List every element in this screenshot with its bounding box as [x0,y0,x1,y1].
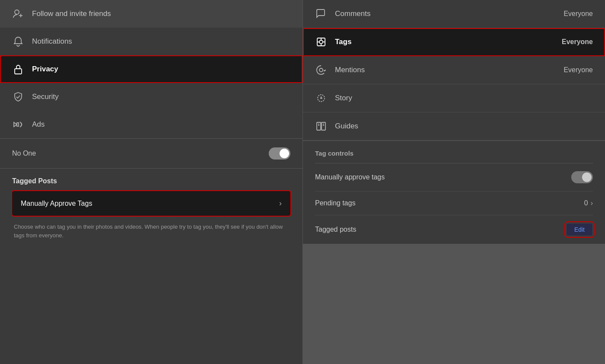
right-nav-guides[interactable]: Guides [303,112,605,140]
svg-rect-16 [317,122,321,130]
svg-point-15 [321,98,322,99]
chevron-right-icon: › [279,199,282,208]
edit-button[interactable]: Edit [566,223,593,236]
tagged-posts-label: Tagged posts [315,226,356,233]
no-one-toggle[interactable] [269,147,290,160]
ads-icon [12,118,24,131]
right-nav-mentions-left: Mentions [315,64,365,76]
left-nav: Follow and invite friends Notifications … [0,0,302,138]
tag-controls-header: Tag controls [315,150,593,163]
left-panel: Follow and invite friends Notifications … [0,0,303,364]
story-icon [315,92,327,104]
tagged-posts-section: Tagged Posts Manually Approve Tags › Cho… [0,169,302,244]
right-panel: Comments Everyone Tags Everyon [303,0,605,364]
sidebar-item-label-notifications: Notifications [32,37,72,46]
right-nav-label-story: Story [335,94,352,102]
right-nav-tags[interactable]: Tags Everyone [303,28,605,56]
right-nav: Comments Everyone Tags Everyon [303,0,605,140]
svg-point-11 [319,68,323,72]
comments-icon [315,8,327,20]
tagged-posts-header: Tagged Posts [12,177,290,185]
tags-icon [315,36,327,48]
right-nav-label-tags: Tags [335,38,351,46]
no-one-row: No One [0,139,302,169]
guides-icon [315,120,327,132]
svg-rect-4 [17,123,19,126]
right-nav-value-comments: Everyone [563,10,593,18]
lock-icon [12,63,24,75]
sidebar-item-security[interactable]: Security [0,83,302,111]
svg-rect-3 [15,69,22,74]
no-one-label: No One [12,150,36,157]
right-nav-label-mentions: Mentions [335,66,365,74]
right-nav-guides-left: Guides [315,120,358,132]
right-nav-value-tags: Everyone [562,38,593,46]
svg-point-6 [319,40,323,44]
right-nav-label-comments: Comments [335,10,370,18]
pending-tags-label: Pending tags [315,199,355,207]
shield-icon [12,91,24,103]
svg-rect-17 [322,122,325,130]
mentions-icon [315,64,327,76]
manually-approve-tags-label: Manually approve tags [315,173,385,181]
right-nav-mentions[interactable]: Mentions Everyone [303,56,605,84]
toggle-off-knob [582,172,592,182]
svg-point-0 [15,10,19,14]
bottom-gray-area [303,244,605,364]
sidebar-item-follow[interactable]: Follow and invite friends [0,0,302,28]
sidebar-item-label-security: Security [32,93,58,101]
sidebar-item-label-privacy: Privacy [32,65,58,73]
manually-approve-label: Manually Approve Tags [21,200,92,208]
tag-description: Choose who can tag you in their photos a… [12,223,290,239]
sidebar-item-label-follow: Follow and invite friends [32,10,111,18]
sidebar-item-ads[interactable]: Ads [0,111,302,138]
follow-icon [12,8,24,20]
tag-controls-section: Tag controls Manually approve tags Pendi… [303,141,605,244]
right-nav-story[interactable]: Story [303,84,605,112]
right-nav-comments[interactable]: Comments Everyone [303,0,605,28]
pending-chevron-icon: › [591,199,593,207]
right-nav-story-left: Story [315,92,352,104]
pending-tags-value-container: 0 › [584,199,593,207]
pending-tags-row[interactable]: Pending tags 0 › [315,192,593,215]
sidebar-item-privacy[interactable]: Privacy [0,55,302,83]
manually-approve-control-row: Manually approve tags [315,163,593,192]
right-nav-value-mentions: Everyone [563,66,593,74]
pending-tags-count: 0 [584,199,588,207]
right-nav-tags-left: Tags [315,36,351,48]
manually-approve-row[interactable]: Manually Approve Tags › [12,191,290,216]
tagged-posts-row: Tagged posts Edit [315,215,593,244]
sidebar-item-label-ads: Ads [32,120,45,129]
right-nav-comments-left: Comments [315,8,370,20]
bell-icon [12,35,24,48]
manually-approve-toggle[interactable] [571,171,593,183]
left-bottom-section: No One Tagged Posts Manually Approve Tag… [0,139,302,364]
sidebar-item-notifications[interactable]: Notifications [0,28,302,55]
toggle-knob [280,149,289,158]
right-nav-label-guides: Guides [335,122,358,131]
